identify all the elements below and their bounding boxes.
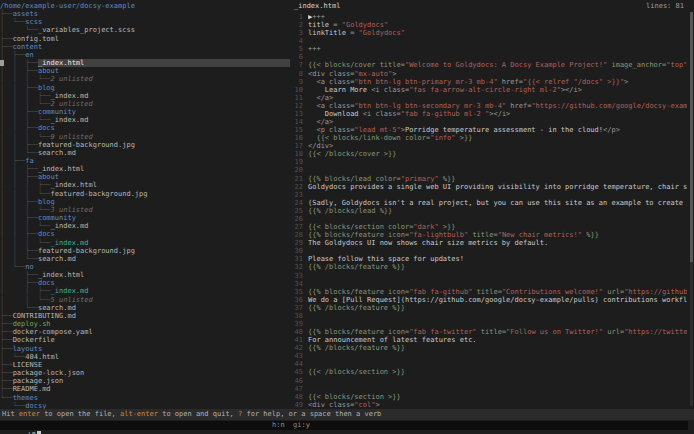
code-line: 42{{% /blocks/feature %}}: [292, 344, 687, 352]
line-number: 17: [292, 142, 303, 150]
tree-row[interactable]: │ │ │ └──_index.md: [0, 222, 290, 230]
text-segment: {{% /blocks/feature %}}: [308, 304, 405, 312]
tree-row[interactable]: │ ├──fa: [0, 157, 290, 165]
tree-row[interactable]: │ │ │ └──2 unlisted: [0, 100, 290, 108]
tree-row[interactable]: │ │ ├──featured-background.jpg: [0, 141, 290, 149]
text-segment: y: [306, 421, 310, 429]
tree-file-name: package-lock.json: [13, 369, 85, 377]
tree-row[interactable]: │ │ │ └──2 unlisted: [0, 75, 290, 83]
text-segment: +++: [312, 13, 325, 21]
tree-row[interactable]: │ │ ├──blog: [0, 198, 290, 206]
code-line: 9 <a class="btn btn-lg btn-primary mr-3 …: [292, 78, 687, 86]
tree-row[interactable]: ├──content: [0, 43, 290, 51]
tree-row[interactable]: ├──Dockerfile: [0, 336, 290, 344]
tree-row[interactable]: │ └──_variables_project.scss: [0, 26, 290, 34]
tree-guide: ├──: [0, 35, 13, 43]
tree-row[interactable]: ├──LICENSE: [0, 361, 290, 369]
tree-row[interactable]: │ │ │ └──_index.md: [0, 116, 290, 124]
tree-row[interactable]: │ │ │ └──featured-background.jpg: [0, 190, 290, 198]
row-fill: [93, 100, 290, 108]
tree-row[interactable]: │ │ ├──featured-background.jpg: [0, 247, 290, 255]
tree-row[interactable]: │ └──404.html: [0, 353, 290, 361]
code-line-text: <div class="mx-auto">: [308, 70, 687, 78]
tree-row[interactable]: ├──package.json: [0, 377, 290, 385]
text-segment: "Contributions welcome!": [502, 288, 603, 296]
tree-guide: │ │ └──: [0, 255, 38, 263]
tree-guide: ├──: [0, 385, 13, 393]
tree-row[interactable]: │ │ ├──blog: [0, 84, 290, 92]
tree-row[interactable]: /home/example-user/docsy-example: [0, 2, 290, 10]
tree-row[interactable]: │ │ ├──_index.md: [0, 287, 290, 295]
code-line: 18{{< /blocks/cover >}}: [292, 150, 687, 158]
line-number: 9: [292, 78, 303, 86]
tree-row[interactable]: ├──layouts: [0, 345, 290, 353]
code-line-text: {{% /blocks/feature %}}: [308, 263, 687, 271]
tree-row[interactable]: ├──docker-compose.yaml: [0, 328, 290, 336]
tree-file-name: featured-background.jpg: [38, 141, 135, 149]
code-line-text: [308, 312, 687, 320]
tree-guide: │ │ ├──: [0, 141, 38, 149]
line-number: 24: [292, 199, 303, 207]
tree-row[interactable]: │ │ └──5 unlisted: [0, 296, 290, 304]
tree-dir-name: en: [25, 51, 33, 59]
tree-row[interactable]: └──themes: [0, 394, 290, 402]
line-number: 11: [292, 94, 303, 102]
tree-row[interactable]: ├──assets: [0, 10, 290, 18]
tree-row-selected[interactable]: │ │ ├──_index.html: [0, 59, 290, 67]
tree-row[interactable]: ├──deploy.sh: [0, 320, 290, 328]
tree-row[interactable]: ├──config.toml: [0, 35, 290, 43]
code-line-text: [308, 158, 687, 166]
tree-row[interactable]: │ └──no: [0, 263, 290, 271]
tree-row[interactable]: │ ├──en: [0, 51, 290, 59]
tree-file-name: 3 unlisted: [51, 206, 93, 214]
text-segment: Download: [308, 110, 363, 118]
tree-row[interactable]: │ │ ├──community: [0, 108, 290, 116]
code-line: 25{{% /blocks/lead %}}: [292, 207, 687, 215]
tree-file-name: _index.html: [51, 181, 97, 189]
tree-row[interactable]: │ │ ├──_index.html: [0, 165, 290, 173]
row-fill: [34, 51, 290, 59]
code-line-text: ▶+++: [308, 13, 687, 21]
tree-file-name: featured-background.jpg: [38, 247, 135, 255]
line-number: 49: [292, 401, 303, 409]
tree-row[interactable]: ├──CONTRIBUTING.md: [0, 312, 290, 320]
code-line-text: [308, 37, 687, 45]
preview-scrollbar[interactable]: [690, 12, 693, 406]
text-segment: Hit: [2, 410, 19, 418]
row-fill: [55, 84, 290, 92]
tree-row[interactable]: │ ├──_index.html: [0, 271, 290, 279]
tree-row[interactable]: │ └──search.md: [0, 304, 290, 312]
text-segment: "primary": [401, 175, 439, 183]
line-number: 44: [292, 360, 303, 368]
code-line: 34: [292, 280, 687, 288]
code-line-text: {{% blocks/feature icon="fab fa-twitter"…: [308, 328, 687, 336]
tree-row[interactable]: │ └──scss: [0, 18, 290, 26]
tree-row[interactable]: │ │ ├──community: [0, 214, 290, 222]
line-number: 19: [292, 158, 303, 166]
code-line: 28{{% blocks/feature icon="fa-lightbulb"…: [292, 231, 687, 239]
code-line-text: <a class="btn btn-lg btn-primary mr-3 mb…: [308, 78, 687, 86]
preview-line-count: lines: 81: [646, 1, 684, 12]
text-segment: {{% /blocks/feature %}}: [308, 263, 405, 271]
tree-row[interactable]: │ │ │ └──_index.md: [0, 239, 290, 247]
row-fill: [89, 92, 290, 100]
code-line: 7{{< blocks/cover title="Welcome to Gold…: [292, 61, 687, 69]
code-line: 20: [292, 166, 687, 174]
tree-guide: │ ├──: [0, 51, 25, 59]
tree-file-name: LICENSE: [13, 361, 43, 369]
code-line-text: {{% blocks/lead color="primary" %}}: [308, 175, 687, 183]
tree-row[interactable]: ├──package-lock.json: [0, 369, 290, 377]
tree-row[interactable]: ├──README.md: [0, 385, 290, 393]
tree-row[interactable]: │ │ │ ├──_index.md: [0, 92, 290, 100]
tree-row[interactable]: │ │ │ └──9 unlisted: [0, 133, 290, 141]
tree-row[interactable]: │ │ ├──docs: [0, 124, 290, 132]
tree-row[interactable]: │ │ └──search.md: [0, 149, 290, 157]
tree-row[interactable]: │ │ ├──docs: [0, 230, 290, 238]
command-input[interactable]: :e h:n gi:y: [0, 421, 688, 430]
tree-row[interactable]: │ │ │ └──3 unlisted: [0, 206, 290, 214]
tree-guide: │ │ ├──: [0, 108, 38, 116]
preview-scrollbar-thumb[interactable]: [690, 12, 693, 262]
tree-row[interactable]: │ │ │ ├──_index.html: [0, 181, 290, 189]
row-fill: [34, 263, 290, 271]
tree-row[interactable]: │ │ └──search.md: [0, 255, 290, 263]
